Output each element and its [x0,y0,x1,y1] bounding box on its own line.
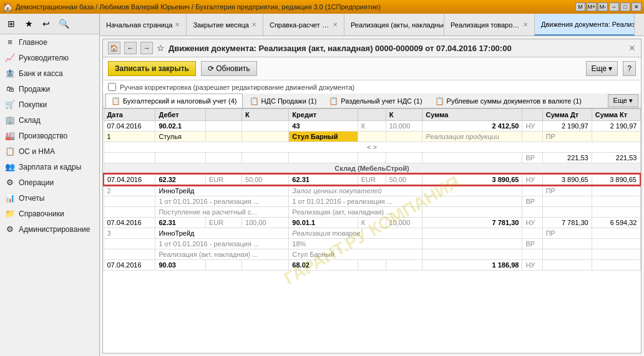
table-nav-row: < > [104,142,640,153]
more-button[interactable]: Еще ▾ [586,61,618,76]
manual-correction-checkbox[interactable] [108,83,116,91]
tab-dvizheniya[interactable]: Движения документа: Реализация (акт, нак… [535,14,635,36]
table-row[interactable]: 07.04.2016 90.02.1 43 К 10,000 2 412,50 … [104,121,640,132]
sidebar-top: ⊞ ★ ↩ 🔍 [0,14,99,34]
col-dk: К [242,109,288,121]
col-summa-kt: Сумма Кт [592,109,640,121]
col-s1 [522,109,542,121]
table-row[interactable]: 1 от 01.01.2016 - реализация ... 1 от 01… [104,196,640,207]
sidebar-item-sklad[interactable]: 🏢 Склад [0,112,99,128]
col-kredit: Кредит [289,109,358,121]
subtab-buh-icon: 📋 [111,97,120,105]
tab-realizaciya-tovarov[interactable]: Реализация товаров: Накладная 0000-00000… [444,14,535,36]
title-bar-text: Демонстрационная база / Любимов Валерий … [16,3,573,11]
sidebar-item-zarplata[interactable]: 👥 Зарплата и кадры [0,159,99,175]
subtab-razd[interactable]: 📋 Раздельный учет НДС (1) [323,94,427,108]
table-row[interactable]: 1 от 01.01.2016 - реализация ... 18% ВР [104,239,640,249]
sidebar-item-bank[interactable]: 🏦 Банк и касса [0,65,99,81]
tab-nachnaya[interactable]: Начальная страница ✕ [100,14,187,36]
people-icon: 👥 [5,162,15,171]
tab-close-1[interactable]: ✕ [251,21,256,28]
chart-icon: 📈 [5,53,15,62]
doc-header: 🏠 ← → ☆ Движения документа: Реализация (… [103,39,641,57]
table-row[interactable]: 07.04.2016 90.03 68.02 1 186,98 НУ [104,260,640,271]
main-container: ⊞ ★ ↩ 🔍 ≡ Главное 📈 Руководителю 🏦 Банк … [0,14,644,356]
sidebar-back-icon[interactable]: ↩ [39,16,54,31]
sidebar-item-rukovoditelyu[interactable]: 📈 Руководителю [0,50,99,65]
col-d1 [206,109,242,121]
table-row[interactable]: 07.04.2016 62.31 EUR 100,00 90.01.1 К 10… [104,218,640,228]
tab-close-4[interactable]: ✕ [523,21,528,28]
toolbar: Записать и закрыть ⟳ Обновить Еще ▾ ? [103,57,641,80]
title-bar: 🏠 Демонстрационная база / Любимов Валери… [0,0,644,14]
gear-icon: ⚙ [5,178,15,187]
tab-realizaciya[interactable]: Реализация (акты, накладные) ✕ [344,14,444,36]
doc-window-close[interactable]: ✕ [628,43,636,53]
factory-icon: 🏭 [5,131,15,140]
tab-close-2[interactable]: ✕ [333,21,338,28]
doc-title: Движения документа: Реализация (акт, нак… [168,44,625,53]
cart-icon: 🛒 [5,100,15,109]
sidebar-star-icon[interactable]: ★ [21,16,36,31]
subtab-nds-icon: 📋 [250,97,259,105]
sidebar-item-administrirovanie[interactable]: ⚙ Администрирование [0,221,99,237]
btn-m[interactable]: M [575,2,585,11]
subtab-rub[interactable]: 📋 Рублевые суммы документов в валюте (1) [429,94,587,108]
subtab-nds[interactable]: 📋 НДС Продажи (1) [244,94,323,108]
sidebar-grid-icon[interactable]: ⊞ [4,16,19,31]
top-tabs: Начальная страница ✕ Закрытие месяца ✕ С… [100,14,644,36]
btn-mplus[interactable]: M+ [587,2,597,11]
sidebar-item-proizvodstvo[interactable]: 🏭 Производство [0,128,99,143]
table-group-row: Склад (МебельСтрой) [104,163,640,175]
sidebar-item-otchety[interactable]: 📊 Отчеты [0,190,99,206]
table-row[interactable]: 3 ИнноТрейд Реализация товаров ПР [104,228,640,239]
subtab-more-button[interactable]: Еще ▾ [608,94,638,107]
table-row[interactable]: Поступление на расчетный с... Реализация… [104,207,640,218]
checkbox-label: Ручная корректировка (разрешает редактир… [120,84,354,91]
sidebar-item-glavnoe[interactable]: ≡ Главное [0,34,99,50]
refresh-button[interactable]: ⟳ Обновить [201,61,257,76]
sub-tabs: 📋 Бухгалтерский и налоговый учет (4) 📋 Н… [103,94,641,108]
save-button[interactable]: Записать и закрыть [108,61,196,76]
clipboard-icon: 📋 [5,147,15,156]
sidebar-search-icon[interactable]: 🔍 [56,16,71,31]
sidebar-item-spravochniki[interactable]: 📁 Справочники [0,206,99,221]
tab-spravka[interactable]: Справка-расчет налога на прибыль за Апре… [263,14,344,36]
table-row[interactable]: 1 Стулья Стул Барный Реализация продукци… [104,132,640,142]
col-kk: К [386,109,422,121]
bar-chart-icon: 📊 [5,193,15,203]
btn-minimize[interactable]: – [609,2,619,11]
btn-maximize[interactable]: □ [620,2,630,11]
forward-button[interactable]: → [140,42,153,54]
subtab-rub-icon: 📋 [435,97,444,105]
sidebar: ⊞ ★ ↩ 🔍 ≡ Главное 📈 Руководителю 🏦 Банк … [0,14,100,356]
btn-mminus[interactable]: M- [598,2,608,11]
doc-window: 🏠 ← → ☆ Движения документа: Реализация (… [102,39,642,354]
settings-icon: ⚙ [5,224,15,234]
subtab-razd-icon: 📋 [329,97,338,105]
warehouse-icon: 🏢 [5,115,15,125]
col-debet: Дебет [155,109,206,121]
table-container: ГАРАНТ.РУ КОМПАНИЯ Дата Дебет К Кредит К… [103,108,641,353]
sidebar-item-pokupki[interactable]: 🛒 Покупки [0,97,99,112]
tab-zakrytie[interactable]: Закрытие месяца ✕ [187,14,263,36]
home-button[interactable]: 🏠 [108,42,120,54]
subtab-buh[interactable]: 📋 Бухгалтерский и налоговый учет (4) [105,94,243,108]
app-icon: 🏠 [2,2,13,12]
table-row[interactable]: 2 ИнноТрейд Залог ценных покупателей ПР [104,185,640,196]
btn-close[interactable]: ✕ [632,2,642,11]
table-row[interactable]: 07.04.2016 62.32 EUR 50,00 62.31 EUR 50,… [104,174,640,185]
content-area: Начальная страница ✕ Закрытие месяца ✕ С… [100,14,644,356]
tab-close-0[interactable]: ✕ [175,21,180,28]
help-button[interactable]: ? [623,61,636,76]
sidebar-item-os[interactable]: 📋 ОС и НМА [0,143,99,159]
sidebar-item-operacii[interactable]: ⚙ Операции [0,175,99,190]
table-row[interactable]: Реализация (акт, накладная) ... Стул Бар… [104,249,640,260]
col-k1 [358,109,386,121]
shop-icon: 🛍 [5,84,15,94]
table-row[interactable]: ВР 221,53 221,53 [104,153,640,163]
sidebar-item-prodazhi[interactable]: 🛍 Продажи [0,81,99,97]
star-icon[interactable]: ☆ [157,43,165,53]
col-summa: Сумма [422,109,522,121]
back-button[interactable]: ← [124,42,137,54]
